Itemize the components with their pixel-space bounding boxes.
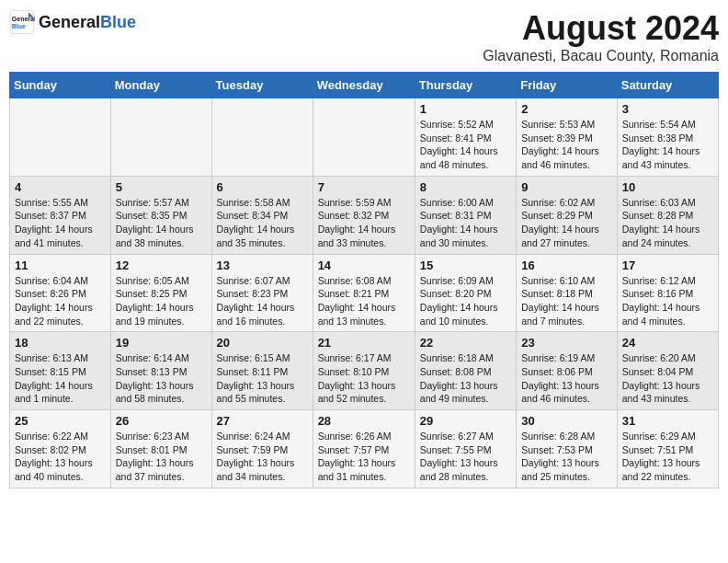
day-number: 27 — [217, 414, 308, 428]
day-info: Sunrise: 6:07 AM Sunset: 8:23 PM Dayligh… — [217, 275, 295, 327]
day-info: Sunrise: 6:03 AM Sunset: 8:28 PM Dayligh… — [622, 197, 700, 248]
day-info: Sunrise: 6:09 AM Sunset: 8:20 PM Dayligh… — [420, 275, 498, 327]
day-number: 3 — [622, 102, 713, 116]
day-info: Sunrise: 6:00 AM Sunset: 8:31 PM Dayligh… — [420, 197, 498, 248]
day-info: Sunrise: 6:14 AM Sunset: 8:13 PM Dayligh… — [116, 352, 194, 404]
calendar-cell: 5Sunrise: 5:57 AM Sunset: 8:35 PM Daylig… — [110, 176, 211, 254]
header-row: SundayMondayTuesdayWednesdayThursdayFrid… — [10, 73, 719, 98]
day-info: Sunrise: 6:29 AM Sunset: 7:51 PM Dayligh… — [622, 431, 700, 482]
calendar-cell: 25Sunrise: 6:22 AM Sunset: 8:02 PM Dayli… — [10, 410, 111, 488]
day-number: 4 — [15, 180, 106, 194]
week-row-3: 11Sunrise: 6:04 AM Sunset: 8:26 PM Dayli… — [10, 254, 719, 332]
day-info: Sunrise: 5:57 AM Sunset: 8:35 PM Dayligh… — [116, 197, 194, 248]
calendar-cell: 31Sunrise: 6:29 AM Sunset: 7:51 PM Dayli… — [617, 410, 718, 488]
calendar-cell: 30Sunrise: 6:28 AM Sunset: 7:53 PM Dayli… — [517, 410, 618, 488]
calendar-cell: 12Sunrise: 6:05 AM Sunset: 8:25 PM Dayli… — [110, 254, 211, 332]
calendar-cell: 10Sunrise: 6:03 AM Sunset: 8:28 PM Dayli… — [617, 176, 718, 254]
calendar-cell: 19Sunrise: 6:14 AM Sunset: 8:13 PM Dayli… — [110, 332, 211, 410]
day-number: 1 — [420, 102, 511, 116]
day-info: Sunrise: 6:10 AM Sunset: 8:18 PM Dayligh… — [521, 275, 599, 327]
calendar-cell: 16Sunrise: 6:10 AM Sunset: 8:18 PM Dayli… — [517, 254, 618, 332]
location-title: Glavanesti, Bacau County, Romania — [483, 48, 719, 64]
calendar-cell: 1Sunrise: 5:52 AM Sunset: 8:41 PM Daylig… — [415, 98, 516, 177]
title-area: August 2024 Glavanesti, Bacau County, Ro… — [483, 9, 719, 64]
calendar-cell: 28Sunrise: 6:26 AM Sunset: 7:57 PM Dayli… — [313, 410, 415, 488]
day-number: 17 — [622, 259, 713, 272]
day-number: 16 — [521, 259, 612, 272]
calendar-cell: 13Sunrise: 6:07 AM Sunset: 8:23 PM Dayli… — [211, 254, 313, 332]
calendar-cell — [110, 98, 211, 177]
week-row-1: 1Sunrise: 5:52 AM Sunset: 8:41 PM Daylig… — [10, 98, 719, 177]
week-row-2: 4Sunrise: 5:55 AM Sunset: 8:37 PM Daylig… — [10, 176, 719, 254]
day-number: 14 — [318, 259, 410, 272]
col-header-tuesday: Tuesday — [211, 73, 313, 98]
logo-icon: General Blue — [9, 9, 35, 35]
col-header-sunday: Sunday — [10, 73, 111, 98]
logo-blue-text: Blue — [100, 13, 136, 32]
day-number: 2 — [521, 102, 612, 116]
calendar-cell — [313, 98, 415, 177]
calendar-cell: 4Sunrise: 5:55 AM Sunset: 8:37 PM Daylig… — [10, 176, 111, 254]
calendar-cell: 23Sunrise: 6:19 AM Sunset: 8:06 PM Dayli… — [517, 332, 618, 410]
day-info: Sunrise: 5:52 AM Sunset: 8:41 PM Dayligh… — [420, 119, 498, 170]
day-number: 23 — [521, 336, 612, 350]
calendar-cell: 22Sunrise: 6:18 AM Sunset: 8:08 PM Dayli… — [415, 332, 516, 410]
calendar-cell: 20Sunrise: 6:15 AM Sunset: 8:11 PM Dayli… — [211, 332, 313, 410]
day-info: Sunrise: 5:54 AM Sunset: 8:38 PM Dayligh… — [622, 119, 700, 170]
day-info: Sunrise: 6:23 AM Sunset: 8:01 PM Dayligh… — [116, 431, 194, 482]
calendar-cell: 11Sunrise: 6:04 AM Sunset: 8:26 PM Dayli… — [10, 254, 111, 332]
day-info: Sunrise: 5:55 AM Sunset: 8:37 PM Dayligh… — [15, 197, 93, 248]
day-number: 12 — [116, 259, 207, 272]
logo-general-text: General — [39, 13, 100, 32]
calendar-cell: 6Sunrise: 5:58 AM Sunset: 8:34 PM Daylig… — [211, 176, 313, 254]
calendar-cell: 15Sunrise: 6:09 AM Sunset: 8:20 PM Dayli… — [415, 254, 516, 332]
day-info: Sunrise: 6:24 AM Sunset: 7:59 PM Dayligh… — [217, 431, 295, 482]
day-info: Sunrise: 6:04 AM Sunset: 8:26 PM Dayligh… — [15, 275, 93, 327]
day-number: 9 — [521, 180, 612, 194]
day-info: Sunrise: 6:18 AM Sunset: 8:08 PM Dayligh… — [420, 352, 498, 404]
logo: General Blue General Blue — [9, 9, 136, 35]
day-number: 15 — [420, 259, 511, 272]
day-info: Sunrise: 6:15 AM Sunset: 8:11 PM Dayligh… — [217, 352, 295, 404]
day-number: 19 — [116, 336, 207, 350]
day-info: Sunrise: 6:19 AM Sunset: 8:06 PM Dayligh… — [521, 352, 599, 404]
day-info: Sunrise: 6:17 AM Sunset: 8:10 PM Dayligh… — [318, 352, 396, 404]
calendar-cell: 3Sunrise: 5:54 AM Sunset: 8:38 PM Daylig… — [617, 98, 718, 177]
calendar-cell: 18Sunrise: 6:13 AM Sunset: 8:15 PM Dayli… — [10, 332, 111, 410]
week-row-4: 18Sunrise: 6:13 AM Sunset: 8:15 PM Dayli… — [10, 332, 719, 410]
calendar-cell: 29Sunrise: 6:27 AM Sunset: 7:55 PM Dayli… — [415, 410, 516, 488]
month-title: August 2024 — [483, 9, 719, 48]
day-info: Sunrise: 6:20 AM Sunset: 8:04 PM Dayligh… — [622, 352, 700, 404]
calendar-cell — [10, 98, 111, 177]
day-info: Sunrise: 6:05 AM Sunset: 8:25 PM Dayligh… — [116, 275, 194, 327]
day-number: 29 — [420, 414, 511, 428]
day-info: Sunrise: 6:13 AM Sunset: 8:15 PM Dayligh… — [15, 352, 93, 404]
col-header-monday: Monday — [110, 73, 211, 98]
day-info: Sunrise: 6:28 AM Sunset: 7:53 PM Dayligh… — [521, 431, 599, 482]
calendar-cell: 17Sunrise: 6:12 AM Sunset: 8:16 PM Dayli… — [617, 254, 718, 332]
day-number: 13 — [217, 259, 308, 272]
calendar-cell: 9Sunrise: 6:02 AM Sunset: 8:29 PM Daylig… — [517, 176, 618, 254]
day-number: 20 — [217, 336, 308, 350]
day-info: Sunrise: 6:12 AM Sunset: 8:16 PM Dayligh… — [622, 275, 700, 327]
calendar-cell: 27Sunrise: 6:24 AM Sunset: 7:59 PM Dayli… — [211, 410, 313, 488]
day-number: 28 — [318, 414, 410, 428]
calendar-cell: 21Sunrise: 6:17 AM Sunset: 8:10 PM Dayli… — [313, 332, 415, 410]
day-number: 5 — [116, 180, 207, 194]
svg-text:Blue: Blue — [12, 23, 26, 29]
week-row-5: 25Sunrise: 6:22 AM Sunset: 8:02 PM Dayli… — [10, 410, 719, 488]
day-number: 31 — [622, 414, 713, 428]
day-number: 10 — [622, 180, 713, 194]
calendar-cell: 14Sunrise: 6:08 AM Sunset: 8:21 PM Dayli… — [313, 254, 415, 332]
calendar-table: SundayMondayTuesdayWednesdayThursdayFrid… — [9, 72, 719, 488]
day-number: 30 — [521, 414, 612, 428]
day-number: 18 — [15, 336, 106, 350]
calendar-cell: 24Sunrise: 6:20 AM Sunset: 8:04 PM Dayli… — [617, 332, 718, 410]
day-number: 11 — [15, 259, 106, 272]
day-number: 8 — [420, 180, 511, 194]
day-info: Sunrise: 5:58 AM Sunset: 8:34 PM Dayligh… — [217, 197, 295, 248]
day-info: Sunrise: 6:27 AM Sunset: 7:55 PM Dayligh… — [420, 431, 498, 482]
day-info: Sunrise: 6:08 AM Sunset: 8:21 PM Dayligh… — [318, 275, 396, 327]
calendar-cell: 26Sunrise: 6:23 AM Sunset: 8:01 PM Dayli… — [110, 410, 211, 488]
day-number: 21 — [318, 336, 410, 350]
